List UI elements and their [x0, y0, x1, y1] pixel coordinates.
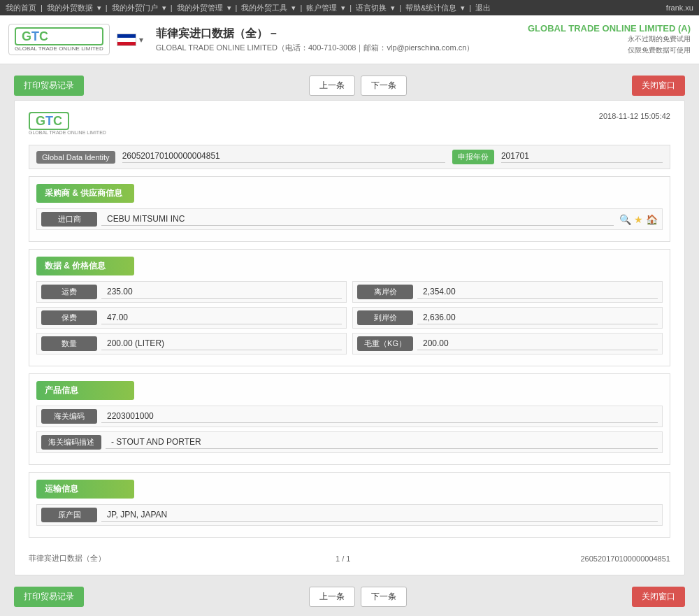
- nav-help[interactable]: 帮助&统计信息: [405, 3, 456, 13]
- quantity-row: 数量 200.00 (LITER): [36, 333, 347, 354]
- buyer-supplier-header: 采购商 & 供应商信息: [36, 184, 134, 203]
- nav-logout[interactable]: 退出: [475, 3, 491, 13]
- origin-label: 原产国: [41, 508, 97, 522]
- flag-area: ▾: [117, 34, 143, 46]
- warehouse-price-value: 2,354.00: [417, 285, 658, 299]
- brand-sub1: 永不过期的免费试用: [528, 34, 691, 45]
- freight-warehouse-row: 运费 235.00 离岸价 2,354.00: [36, 281, 663, 303]
- main-record-card: GTC GLOBAL TRADE ONLINE LIMITED 2018-11-…: [14, 100, 685, 575]
- footer-source: 菲律宾进口数据（全）: [29, 553, 106, 564]
- logo-letters: GTC: [22, 30, 96, 43]
- brand-name: GLOBAL TRADE ONLINE LIMITED (A): [528, 23, 691, 34]
- footer-page: 1 / 1: [336, 554, 350, 563]
- card-timestamp: 2018-11-12 15:05:42: [599, 112, 670, 120]
- year-value: 201701: [501, 151, 663, 163]
- nav-account[interactable]: 账户管理: [306, 3, 337, 13]
- origin-value: JP, JPN, JAPAN: [101, 508, 658, 522]
- freight-value: 235.00: [101, 285, 342, 299]
- page-subtitle: GLOBAL TRADE ONLINE LIMITED（电话：400-710-3…: [156, 43, 475, 53]
- close-button-top[interactable]: 关闭窗口: [632, 76, 685, 96]
- customs-code-label: 海关编码: [41, 409, 97, 424]
- page-title-area: 菲律宾进口数据（全）－ GLOBAL TRADE ONLINE LIMITED（…: [156, 27, 475, 53]
- page-title: 菲律宾进口数据（全）－: [156, 27, 475, 41]
- warehouse-price-row: 离岸价 2,354.00: [352, 281, 663, 303]
- insurance-label: 保费: [41, 310, 97, 325]
- content-area: 打印贸易记录 上一条 下一条 关闭窗口 GTC GLOBAL TRADE ONL…: [0, 64, 699, 616]
- customs-code-value: 2203001000: [101, 410, 658, 423]
- card-logo: GTC GLOBAL TRADE ONLINE LIMITED: [29, 112, 106, 135]
- year-label: 申报年份: [452, 150, 494, 164]
- arrival-price-label: 到岸价: [357, 310, 413, 325]
- flag-icon: [117, 34, 136, 46]
- importer-row: 进口商 CEBU MITSUMI INC 🔍 ★ 🏠: [36, 208, 663, 230]
- bottom-toolbar: 打印贸易记录 上一条 下一条 关闭窗口: [0, 582, 699, 611]
- insurance-row: 保费 47.00: [36, 307, 347, 329]
- nav-portal[interactable]: 我的外贸门户: [112, 3, 158, 13]
- nav-tools[interactable]: 我的外贸工具: [241, 3, 287, 13]
- brand-sub2: 仅限免费数据可使用: [528, 45, 691, 56]
- importer-label: 进口商: [41, 212, 97, 227]
- card-header: GTC GLOBAL TRADE ONLINE LIMITED 2018-11-…: [29, 112, 670, 135]
- page-header: GTC GLOBAL TRADE ONLINE LIMITED ▾ 菲律宾进口数…: [0, 15, 699, 64]
- prev-button-bottom[interactable]: 上一条: [309, 587, 355, 607]
- arrival-price-value: 2,636.00: [417, 311, 658, 324]
- print-button-top[interactable]: 打印贸易记录: [14, 76, 84, 96]
- quantity-label: 数量: [41, 336, 97, 351]
- logo-subtitle: GLOBAL TRADE ONLINE LIMITED: [15, 45, 103, 52]
- header-right: GLOBAL TRADE ONLINE LIMITED (A) 永不过期的免费试…: [528, 23, 691, 56]
- quantity-value: 200.00 (LITER): [101, 337, 342, 350]
- prev-button-top[interactable]: 上一条: [309, 76, 355, 96]
- data-price-section: 数据 & 价格信息 运费 235.00 离岸价 2,354.00 保费 47.0…: [29, 249, 670, 366]
- gross-weight-label: 毛重（KG）: [357, 336, 413, 351]
- transport-section: 运输信息 原产国 JP, JPN, JAPAN: [29, 472, 670, 538]
- user-info: frank.xu: [666, 3, 693, 12]
- close-button-bottom[interactable]: 关闭窗口: [632, 587, 685, 607]
- card-logo-sub: GLOBAL TRADE ONLINE LIMITED: [29, 130, 106, 135]
- nav-manage[interactable]: 我的外贸管理: [177, 3, 223, 13]
- star-icon[interactable]: ★: [634, 214, 643, 225]
- logo-inner: GTC: [15, 27, 103, 45]
- next-button-bottom[interactable]: 下一条: [361, 587, 407, 607]
- freight-row: 运费 235.00: [36, 281, 347, 303]
- home-icon[interactable]: 🏠: [646, 214, 658, 225]
- transport-header: 运输信息: [36, 480, 134, 499]
- nav-language[interactable]: 语言切换: [356, 3, 387, 13]
- flag-dropdown-icon[interactable]: ▾: [139, 35, 143, 45]
- nav-data[interactable]: 我的外贸数据: [47, 3, 93, 13]
- product-section: 产品信息 海关编码 2203001000 海关编码描述 - STOUT AND …: [29, 373, 670, 465]
- identity-label: Global Data Identity: [36, 151, 115, 164]
- importer-actions: 🔍 ★ 🏠: [619, 214, 658, 225]
- gross-weight-row: 毛重（KG） 200.00: [352, 333, 663, 354]
- card-logo-inner: GTC: [29, 112, 69, 130]
- toolbar-left: 打印贸易记录: [14, 76, 84, 96]
- arrival-price-row: 到岸价 2,636.00: [352, 307, 663, 329]
- header-left: GTC GLOBAL TRADE ONLINE LIMITED ▾ 菲律宾进口数…: [8, 24, 474, 55]
- footer-id: 260520170100000004851: [581, 554, 670, 563]
- importer-value: CEBU MITSUMI INC: [101, 213, 614, 226]
- bottom-toolbar-left: 打印贸易记录: [14, 587, 84, 607]
- insurance-arrival-row: 保费 47.00 到岸价 2,636.00: [36, 307, 663, 329]
- print-button-bottom[interactable]: 打印贸易记录: [14, 587, 84, 607]
- top-navigation: 我的首页 | 我的外贸数据 ▾ | 我的外贸门户 ▾ | 我的外贸管理 ▾ | …: [0, 0, 699, 15]
- gross-weight-value: 200.00: [417, 337, 658, 350]
- customs-desc-value: - STOUT AND PORTER: [106, 436, 658, 449]
- data-price-header: 数据 & 价格信息: [36, 257, 134, 275]
- nav-links: 我的首页 | 我的外贸数据 ▾ | 我的外贸门户 ▾ | 我的外贸管理 ▾ | …: [6, 3, 491, 13]
- next-button-top[interactable]: 下一条: [361, 76, 407, 96]
- nav-home[interactable]: 我的首页: [6, 3, 36, 13]
- buyer-supplier-section: 采购商 & 供应商信息 进口商 CEBU MITSUMI INC 🔍 ★ 🏠: [29, 176, 670, 242]
- top-toolbar: 打印贸易记录 上一条 下一条 关闭窗口: [0, 71, 699, 100]
- quantity-weight-row: 数量 200.00 (LITER) 毛重（KG） 200.00: [36, 333, 663, 354]
- customs-desc-label: 海关编码描述: [41, 435, 101, 450]
- freight-label: 运费: [41, 285, 97, 299]
- card-logo-letters: GTC: [36, 115, 62, 127]
- identity-row: Global Data Identity 2605201701000000048…: [29, 145, 670, 169]
- toolbar-nav: 上一条 下一条: [309, 76, 407, 96]
- customs-desc-row: 海关编码描述 - STOUT AND PORTER: [36, 431, 663, 453]
- logo: GTC GLOBAL TRADE ONLINE LIMITED: [8, 24, 110, 55]
- bottom-toolbar-nav: 上一条 下一条: [309, 587, 407, 607]
- warehouse-price-label: 离岸价: [357, 285, 413, 299]
- card-footer: 菲律宾进口数据（全） 1 / 1 260520170100000004851: [29, 547, 670, 564]
- search-icon[interactable]: 🔍: [619, 214, 631, 225]
- identity-value: 260520170100000004851: [122, 151, 445, 163]
